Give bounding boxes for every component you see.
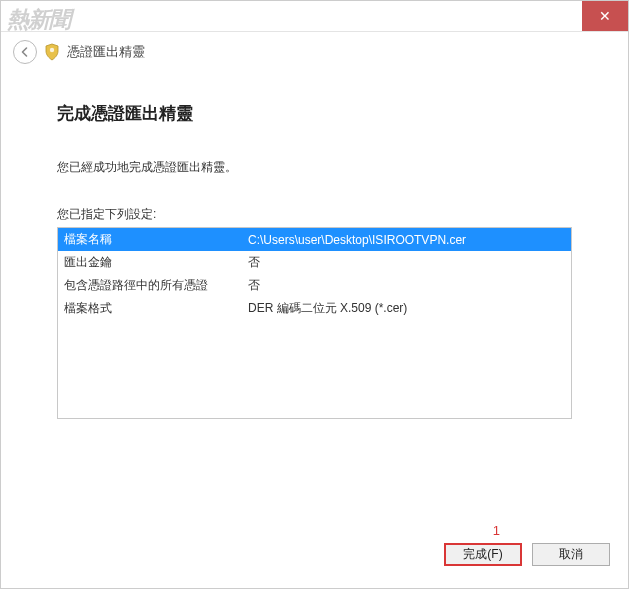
arrow-left-icon: [19, 46, 31, 58]
wizard-window: 熱新聞 ✕ 憑證匯出精靈 完成憑證匯出精靈 您已經成功地完成憑證匯出精靈。 您已…: [0, 0, 629, 589]
setting-key: 包含憑證路徑中的所有憑證: [58, 274, 242, 297]
settings-table: 檔案名稱C:\Users\user\Desktop\ISIROOTVPN.cer…: [58, 228, 571, 320]
table-row[interactable]: 檔案名稱C:\Users\user\Desktop\ISIROOTVPN.cer: [58, 228, 571, 251]
close-button[interactable]: ✕: [582, 1, 628, 31]
wizard-title: 憑證匯出精靈: [67, 43, 145, 61]
setting-key: 檔案格式: [58, 297, 242, 320]
table-row[interactable]: 包含憑證路徑中的所有憑證否: [58, 274, 571, 297]
certificate-icon: [43, 43, 61, 61]
setting-value: 否: [242, 251, 571, 274]
success-message: 您已經成功地完成憑證匯出精靈。: [57, 159, 572, 176]
svg-point-0: [50, 48, 54, 52]
setting-value: 否: [242, 274, 571, 297]
wizard-footer: 1 完成(F) 取消: [1, 525, 628, 588]
close-icon: ✕: [599, 8, 611, 24]
setting-key: 檔案名稱: [58, 228, 242, 251]
setting-key: 匯出金鑰: [58, 251, 242, 274]
finish-button[interactable]: 完成(F): [444, 543, 522, 566]
table-row[interactable]: 檔案格式DER 編碼二位元 X.509 (*.cer): [58, 297, 571, 320]
setting-value: DER 編碼二位元 X.509 (*.cer): [242, 297, 571, 320]
titlebar: ✕: [1, 1, 628, 32]
cancel-button[interactable]: 取消: [532, 543, 610, 566]
setting-value: C:\Users\user\Desktop\ISIROOTVPN.cer: [242, 228, 571, 251]
wizard-header: 憑證匯出精靈: [1, 32, 628, 70]
back-button[interactable]: [13, 40, 37, 64]
table-row[interactable]: 匯出金鑰否: [58, 251, 571, 274]
annotation-marker: 1: [493, 523, 500, 538]
settings-label: 您已指定下列設定:: [57, 206, 572, 223]
settings-listbox[interactable]: 檔案名稱C:\Users\user\Desktop\ISIROOTVPN.cer…: [57, 227, 572, 419]
page-heading: 完成憑證匯出精靈: [57, 102, 572, 125]
wizard-content: 完成憑證匯出精靈 您已經成功地完成憑證匯出精靈。 您已指定下列設定: 檔案名稱C…: [1, 70, 628, 525]
